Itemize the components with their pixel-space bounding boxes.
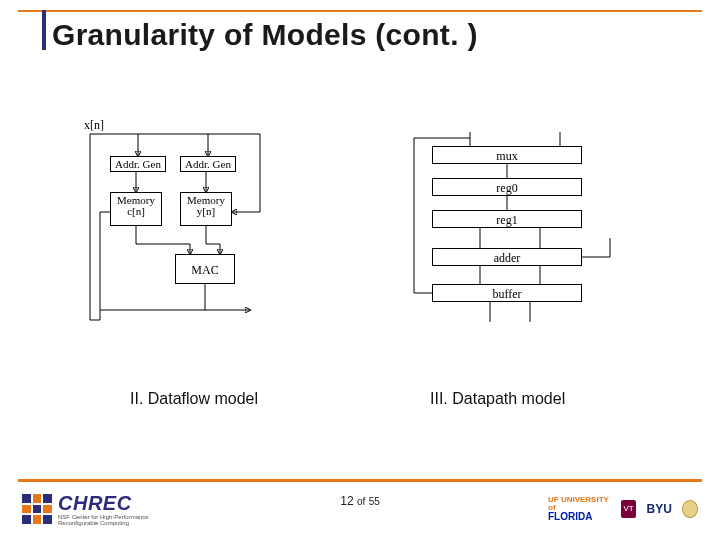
reg1-box: reg1 — [432, 210, 582, 228]
reg0-box: reg0 — [432, 178, 582, 196]
memory-c-index: c[n] — [111, 206, 161, 217]
chrec-logo-text: CHREC — [58, 492, 132, 515]
adder-box: adder — [432, 248, 582, 266]
uf-logo: UF UNIVERSITY of FLORIDA — [548, 496, 611, 522]
buffer-box: buffer — [432, 284, 582, 302]
page-of-label: of — [357, 496, 365, 507]
mux-box: mux — [432, 146, 582, 164]
uf-logo-bottom: FLORIDA — [548, 512, 611, 522]
mac-box: MAC — [175, 254, 235, 284]
chrec-logo: CHREC NSF Center for High-Performance Re… — [22, 490, 182, 528]
slide-title: Granularity of Models (cont. ) — [52, 18, 478, 52]
dataflow-caption: II. Dataflow model — [130, 390, 258, 408]
footer-rule — [18, 479, 702, 482]
partner-logos: UF UNIVERSITY of FLORIDA VT BYU — [548, 492, 698, 526]
memory-c-box: Memory c[n] — [110, 192, 162, 226]
slide: Granularity of Models (cont. ) x[n] — [0, 0, 720, 540]
title-tick — [42, 10, 46, 50]
page-current: 12 — [340, 494, 353, 508]
memory-y-box: Memory y[n] — [180, 192, 232, 226]
memory-y-index: y[n] — [181, 206, 231, 217]
uf-logo-top: UF UNIVERSITY of — [548, 495, 609, 512]
chrec-logo-subtext: NSF Center for High-Performance Reconfig… — [58, 514, 182, 526]
vt-logo: VT — [621, 500, 637, 518]
gwu-logo-icon — [682, 500, 698, 518]
title-rule — [18, 10, 702, 12]
addr-gen-1-box: Addr. Gen — [110, 156, 166, 172]
content-area: x[n] — [0, 120, 720, 450]
datapath-diagram: mux reg0 reg1 adder buffer — [400, 130, 630, 330]
datapath-caption: III. Datapath model — [430, 390, 565, 408]
dataflow-diagram: x[n] — [80, 120, 340, 330]
page-total: 55 — [369, 496, 380, 507]
addr-gen-2-box: Addr. Gen — [180, 156, 236, 172]
chrec-logo-icon — [22, 494, 52, 524]
byu-logo: BYU — [646, 502, 671, 516]
